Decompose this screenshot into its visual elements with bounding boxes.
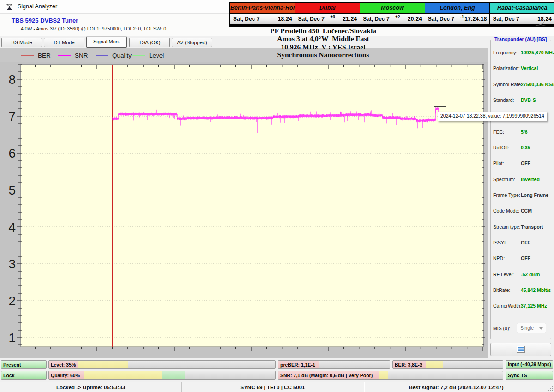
transponder-row: Spectrum:Inverted: [493, 177, 550, 192]
ber-bar: BER: 3,8E-3: [392, 360, 503, 369]
legend-item-level: Level: [132, 52, 164, 59]
sync-ts-bar: Sync TS: [506, 371, 553, 380]
signal-analyzer-window: Signal Analyzer TBS 5925 DVBS2 Tuner 4.0…: [0, 0, 554, 392]
clock-3: MoscowSat, Dec 7+220:24: [360, 3, 425, 26]
legend-item-snr: SNR: [58, 52, 88, 59]
transponder-row: Frequency:10925,870 MHz: [493, 50, 550, 65]
annotation-line-4: Synchronous Nanocorrections: [194, 51, 452, 59]
clock-1: Berlin-Paris-Vienna-RomaSat, Dec 718:24: [230, 3, 295, 26]
tab-tsa[interactable]: TSA (OK): [129, 38, 170, 47]
svg-text:1: 1: [8, 331, 16, 345]
svg-text:7: 7: [8, 109, 16, 124]
svg-text:6: 6: [8, 146, 16, 160]
svg-text:4: 4: [8, 220, 16, 234]
transponder-row: RF Level:-52 dBm: [493, 272, 550, 287]
tab-signal-mon[interactable]: Signal Mon.: [86, 37, 127, 48]
status-sync-counters: SYNC 69 | TEI 0 | CC 5001: [181, 382, 364, 392]
mis-label: MIS (0):: [493, 326, 510, 331]
transponder-row: Pilot:OFF: [493, 160, 550, 176]
tuner-name: TBS 5925 DVBS2 Tuner: [12, 17, 78, 24]
tuner-details: 4.0W - Amos 3/7 (ID: 3560) @ LOF1: 97500…: [21, 26, 166, 31]
chevron-down-icon: [539, 327, 543, 330]
clock-city: Rabat-Casablanca: [490, 3, 554, 14]
tab-dt-mode[interactable]: DT Mode: [44, 38, 84, 47]
snr-bar: SNR: 7,1 dB (Margin: 0,6 dB | Very Poor): [278, 371, 503, 380]
transponder-row: Frame Type:Long Frame: [493, 192, 550, 208]
annotation-line-2: Amos 3 at 4,0°W_Middle East: [194, 35, 452, 42]
resize-grip[interactable]: [548, 386, 553, 391]
status-bar: Locked -> Uptime: 05:53:33 SYNC 69 | TEI…: [0, 382, 554, 392]
svg-text:8: 8: [8, 72, 16, 87]
clock-city: Moscow: [360, 3, 425, 14]
quality-bar: Quality: 60%: [48, 371, 276, 380]
clock-time: Sat, Dec 7+220:24: [360, 14, 425, 24]
preber-bar: preBER: 1,1E-1: [278, 360, 390, 369]
clock-2: DubaiSat, Dec 7+321:24: [295, 3, 361, 26]
window-title: Signal Analyzer: [18, 3, 57, 10]
lock-bar: Lock: [1, 371, 47, 380]
transponder-row: NPD:OFF: [493, 255, 550, 271]
transponder-row: RollOff:0.35: [493, 145, 550, 160]
annotation-block: PF Prodelin 450_Lučenec/Slovakia Amos 3 …: [194, 27, 452, 59]
mode-tabs: BS Mode DT Mode Signal Mon. TSA (OK) AV …: [0, 37, 217, 48]
annotation-line-3: 10 926 MHz_V : YES Israel: [194, 43, 452, 51]
clock-city: Berlin-Paris-Vienna-Roma: [230, 3, 295, 14]
app-icon: [6, 3, 13, 11]
transponder-row: Polarization:Vertical: [493, 65, 550, 81]
transponder-row: Symbol Rate:27500,036 KS/s: [493, 82, 550, 97]
transponder-row: BitRate:45,842 Mbit/s: [493, 287, 550, 303]
mis-select[interactable]: Single: [517, 323, 546, 333]
transponder-row: ISSYI:OFF: [493, 240, 550, 255]
tab-bs-mode[interactable]: BS Mode: [1, 38, 42, 47]
transponder-panel: Transponder (AU) [BS] Frequency:10925,87…: [488, 36, 554, 358]
world-clocks-panel: Berlin-Paris-Vienna-RomaSat, Dec 718:24D…: [229, 2, 554, 27]
svg-text:3: 3: [8, 257, 16, 271]
legend-item-ber: BER: [21, 52, 51, 59]
annotation-line-1: PF Prodelin 450_Lučenec/Slovakia: [194, 27, 452, 35]
transponder-rows: Frequency:10925,870 MHzPolarization:Vert…: [493, 50, 550, 319]
clock-time: Sat, Dec 718:24: [230, 14, 295, 24]
transponder-row: CarrierWidth:37,125 MHz: [493, 303, 550, 319]
clock-city: Dubai: [295, 3, 360, 14]
clock-time: Sat, Dec 7+321:24: [295, 14, 360, 24]
status-best-signal: Best signal: 7,2 dB (2024-12-07 12:47): [364, 382, 548, 392]
transponder-row: Standard:DVB-S: [493, 97, 550, 113]
clock-time: Sat, Dec 7-117:24:18: [425, 14, 490, 24]
level-bar: Level: 35%: [48, 360, 276, 369]
legend-item-quality: Quality: [96, 52, 132, 59]
transponder-row: FEC:5/6: [493, 129, 550, 145]
export-button[interactable]: [490, 343, 551, 356]
chart-widget: BERSNRQualityLevel 12345678: [0, 48, 488, 358]
transponder-title: Transponder (AU) [BS]: [493, 36, 548, 42]
status-lock-uptime: Locked -> Uptime: 05:53:33: [0, 382, 182, 392]
logo-icon: [535, 20, 547, 27]
datapoint-tooltip: 2024-12-07 18.22.38, value: 7,1999998092…: [438, 112, 547, 121]
svg-text:2: 2: [8, 294, 16, 308]
present-bar: Present: [1, 360, 47, 369]
clock-city: London, Eng: [425, 3, 490, 14]
mis-selected-value: Single: [520, 325, 534, 331]
input-bar: Input (~40,39 Mbps): [506, 360, 553, 369]
clock-4: London, EngSat, Dec 7-117:24:18: [425, 3, 490, 26]
snr-trend-plot[interactable]: 12345678: [0, 62, 488, 358]
transponder-row: Code Mode:CCM: [493, 208, 550, 224]
svg-text:5: 5: [8, 183, 16, 197]
transponder-row: Stream type:Transport: [493, 224, 550, 240]
table-icon: [517, 346, 525, 353]
